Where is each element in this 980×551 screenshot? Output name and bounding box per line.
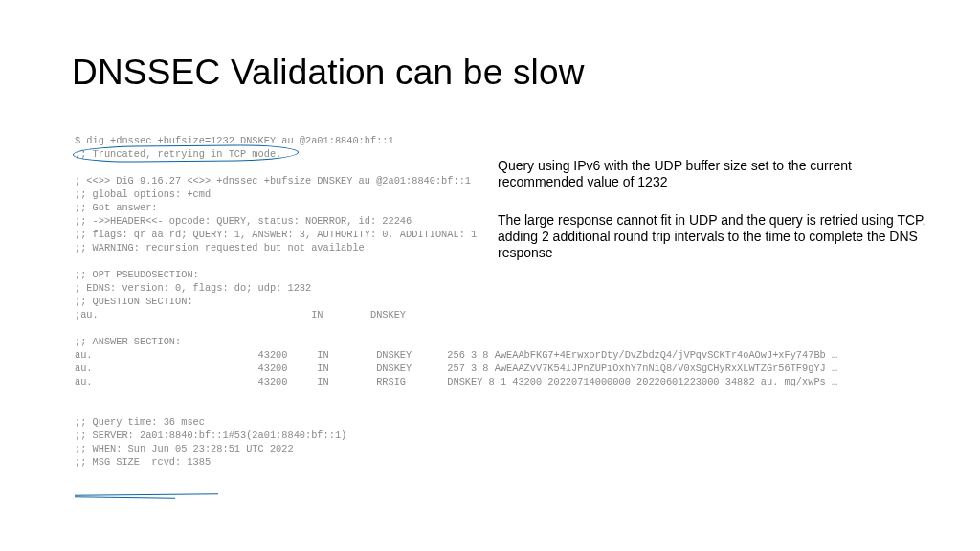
slide-title: DNSSEC Validation can be slow bbox=[72, 53, 585, 93]
annotation-text-2: The large response cannot fit in UDP and… bbox=[498, 212, 947, 261]
annotation-underline bbox=[75, 494, 218, 500]
annotation-text-1: Query using IPv6 with the UDP buffer siz… bbox=[498, 158, 900, 190]
slide: DNSSEC Validation can be slow $ dig +dns… bbox=[0, 0, 980, 551]
